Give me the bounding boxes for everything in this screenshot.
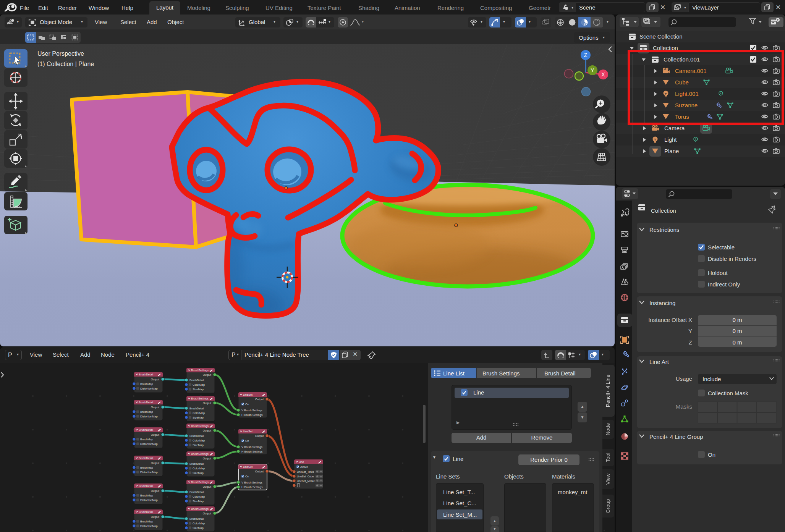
svg-text:ColorMap: ColorMap — [193, 439, 205, 442]
svg-text:BrushSettings: BrushSettings — [191, 452, 209, 456]
svg-text:Output: Output — [203, 429, 211, 432]
svg-text:BrushMap: BrushMap — [140, 520, 153, 523]
svg-text:H Brush Settings: H Brush Settings — [241, 485, 263, 489]
svg-text:BrushDetail: BrushDetail — [139, 484, 154, 488]
svg-text:Scene Collection: Scene Collection — [639, 33, 683, 40]
svg-text:Output: Output — [255, 470, 264, 473]
svg-text:Output: Output — [203, 485, 211, 488]
svg-text:BrushSettings: BrushSettings — [191, 369, 209, 372]
svg-text:Light: Light — [664, 136, 677, 143]
svg-text:0 m: 0 m — [732, 328, 742, 334]
svg-text:DistortionMap: DistortionMap — [140, 498, 158, 502]
svg-text:BrushSettings: BrushSettings — [191, 480, 209, 484]
svg-text:(1) Collection | Plane: (1) Collection | Plane — [37, 61, 94, 67]
svg-text:Collection: Collection — [651, 207, 676, 214]
svg-text:Z: Z — [584, 52, 588, 58]
svg-text:BrushMap: BrushMap — [140, 494, 153, 497]
svg-text:SizeMap: SizeMap — [193, 471, 204, 475]
svg-text:DistortionMap: DistortionMap — [140, 415, 158, 418]
svg-text:ColorMap: ColorMap — [193, 495, 205, 498]
svg-text:Camera: Camera — [664, 125, 685, 131]
svg-text:On: On — [245, 403, 249, 406]
svg-text:BrushDetail: BrushDetail — [189, 407, 204, 410]
svg-text:BrushDetail: BrushDetail — [139, 373, 154, 376]
svg-text:Camera.001: Camera.001 — [675, 68, 707, 74]
svg-text:On: On — [245, 475, 249, 478]
svg-text:Holdout: Holdout — [708, 270, 728, 276]
svg-text:V Brush Settings: V Brush Settings — [241, 445, 262, 449]
svg-text:BrushDetail: BrushDetail — [189, 490, 204, 494]
svg-text:Output: Output — [203, 512, 211, 515]
svg-text:Cube: Cube — [675, 79, 689, 86]
svg-text:ColorMap: ColorMap — [193, 411, 205, 415]
svg-text:BrushDetail: BrushDetail — [189, 517, 204, 521]
svg-text:Output: Output — [151, 461, 159, 465]
svg-text:V Brush Settings: V Brush Settings — [241, 409, 262, 412]
svg-text:LineSet: LineSet — [243, 430, 252, 433]
svg-text:Collection Mask: Collection Mask — [708, 390, 748, 396]
svg-text:Pencil+ 4 Line Group: Pencil+ 4 Line Group — [649, 433, 703, 440]
svg-text:SizeMap: SizeMap — [193, 500, 204, 503]
svg-text:BrushDetail: BrushDetail — [139, 428, 154, 432]
svg-text:Torus: Torus — [675, 113, 689, 120]
svg-text:LineSet_Cube: LineSet_Cube — [297, 475, 314, 478]
svg-text:Usage: Usage — [676, 375, 692, 382]
svg-text:User Perspective: User Perspective — [37, 50, 84, 57]
svg-text:BrushDetail: BrushDetail — [139, 510, 154, 514]
svg-text:SizeMap: SizeMap — [193, 443, 204, 447]
svg-text:Output: Output — [203, 457, 211, 460]
svg-text:BrushMap: BrushMap — [140, 466, 153, 469]
svg-text:LineSet: LineSet — [243, 393, 252, 396]
svg-text:Line: Line — [299, 460, 304, 464]
svg-text:Output: Output — [151, 378, 159, 381]
svg-text:Y: Y — [688, 328, 692, 334]
svg-text:Line Art: Line Art — [649, 359, 669, 365]
svg-text:DistortionMap: DistortionMap — [140, 471, 158, 474]
svg-text:DistortionMap: DistortionMap — [140, 442, 158, 446]
svg-text:DistortionMap: DistortionMap — [140, 387, 158, 390]
svg-text:Selectable: Selectable — [708, 244, 735, 251]
svg-text:BrushDetail: BrushDetail — [189, 434, 204, 438]
svg-text:Restrictions: Restrictions — [649, 226, 679, 233]
svg-text:Z: Z — [689, 339, 692, 346]
svg-text:BrushMap: BrushMap — [140, 382, 153, 386]
svg-text:H Brush Settings: H Brush Settings — [241, 413, 263, 417]
svg-text:ColorMap: ColorMap — [193, 383, 205, 386]
svg-text:Output: Output — [151, 489, 159, 493]
svg-text:Output: Output — [203, 373, 211, 377]
svg-text:Output: Output — [203, 401, 211, 405]
svg-text:Plane: Plane — [664, 148, 679, 154]
svg-text:BrushSettings: BrushSettings — [191, 397, 209, 400]
svg-text:Output: Output — [151, 406, 159, 409]
svg-text:ColorMap: ColorMap — [193, 522, 205, 525]
svg-text:BrushDetail: BrushDetail — [189, 378, 204, 382]
svg-text:Active: Active — [300, 465, 308, 469]
svg-text:SizeMap: SizeMap — [193, 388, 204, 391]
svg-text:0 m: 0 m — [732, 317, 742, 323]
svg-text:Output: Output — [255, 434, 264, 438]
svg-text:LineSet_Morke: LineSet_Morke — [297, 480, 315, 483]
svg-text:DistortionMap: DistortionMap — [140, 524, 158, 528]
svg-text:Output: Output — [151, 433, 159, 437]
svg-text:X: X — [601, 71, 605, 78]
svg-text:SizeMap: SizeMap — [193, 526, 204, 530]
svg-text:Suzanne: Suzanne — [675, 102, 698, 108]
svg-text:BrushDetail: BrushDetail — [139, 456, 154, 460]
svg-text:Indirect Only: Indirect Only — [708, 281, 740, 288]
svg-text:Include: Include — [702, 376, 721, 382]
svg-text:Instancing: Instancing — [649, 300, 675, 306]
svg-text:V Brush Settings: V Brush Settings — [241, 481, 262, 484]
svg-text:BrushSettings: BrushSettings — [191, 424, 209, 428]
svg-text:Output: Output — [255, 398, 264, 401]
svg-text:BrushDetail: BrushDetail — [139, 401, 154, 404]
svg-text:ColorMap: ColorMap — [193, 467, 205, 470]
svg-text:On: On — [708, 451, 715, 458]
svg-text:SizeMap: SizeMap — [193, 416, 204, 419]
svg-text:Light.001: Light.001 — [675, 91, 699, 97]
svg-text:BrushMap: BrushMap — [140, 410, 153, 414]
svg-text:Disable in Renders: Disable in Renders — [708, 255, 756, 262]
svg-text:BrushMap: BrushMap — [140, 438, 153, 441]
svg-text:BrushDetail: BrushDetail — [189, 462, 204, 466]
svg-text:Output: Output — [151, 515, 159, 519]
svg-text:Masks: Masks — [676, 403, 692, 410]
